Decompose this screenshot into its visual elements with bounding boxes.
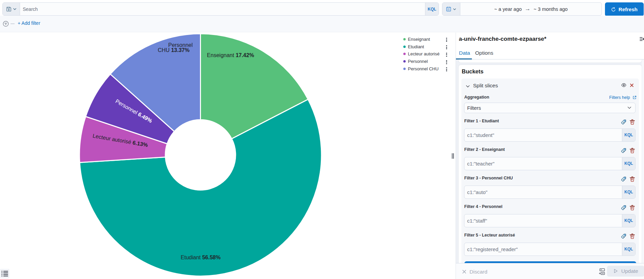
svg-text:Personnel: Personnel (168, 42, 192, 48)
svg-text:Enseignant 17.42%: Enseignant 17.42% (207, 52, 254, 58)
svg-text:Etudiant 56.58%: Etudiant 56.58% (181, 255, 220, 260)
svg-text:CHU 13.37%: CHU 13.37% (158, 47, 189, 53)
